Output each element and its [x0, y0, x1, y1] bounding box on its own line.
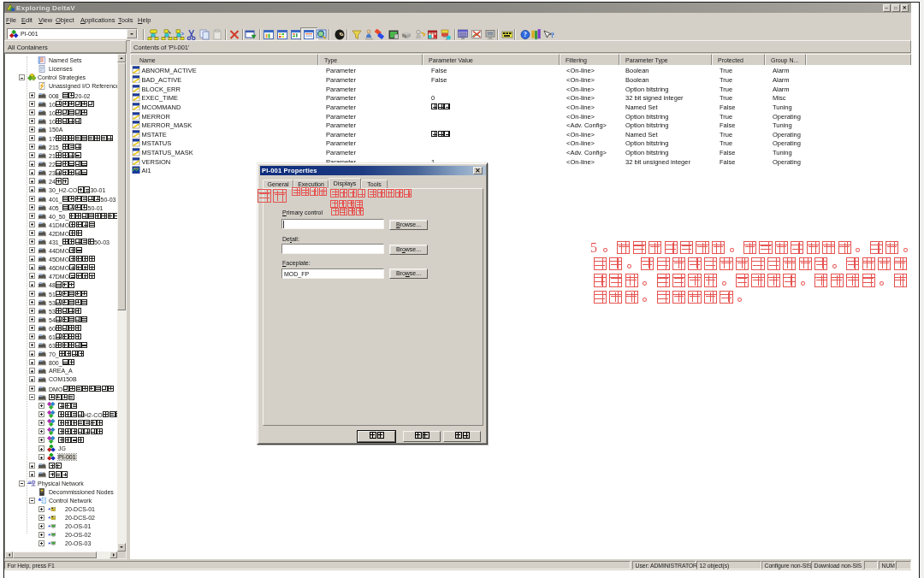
svg-text:?: ? [551, 31, 555, 39]
svg-text:?: ? [524, 31, 527, 38]
